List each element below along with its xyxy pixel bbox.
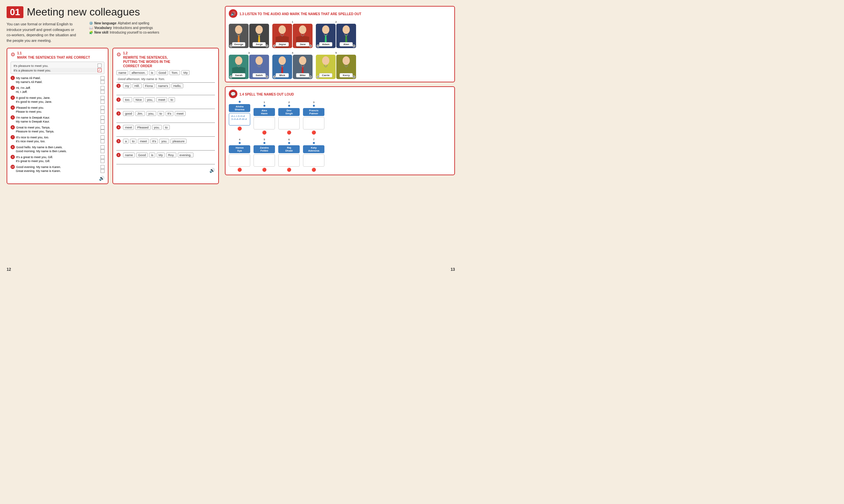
- checkbox-4-0[interactable]: [101, 106, 104, 110]
- sentence-text: My name is Deepak Kaur.: [16, 120, 99, 123]
- checkbox-9-0[interactable]: [101, 155, 104, 159]
- word-row: 3goodJim.you,toIt'smeet: [116, 111, 215, 116]
- svg-point-4: [279, 25, 286, 34]
- svg-point-0: [235, 25, 242, 34]
- checkbox-1-1[interactable]: [101, 80, 104, 84]
- spell-row-1: Alisha SharmaA-L-I-S-H-A S-H-A-R-M-A🔴1Al…: [229, 101, 451, 135]
- word-chip: too.: [123, 97, 132, 102]
- word-chip: Roy.: [166, 152, 176, 158]
- audio-btn-3[interactable]: 🔴: [312, 130, 316, 135]
- checkbox-ex11-top2[interactable]: ✓: [98, 68, 102, 72]
- exercise-14: 💬 1.4 SPELL THE NAMES OUT LOUD Alisha Sh…: [225, 86, 455, 175]
- checkbox-6-0[interactable]: [101, 126, 104, 129]
- spell-box-6[interactable]: [278, 154, 300, 167]
- checkbox-10-1[interactable]: [101, 169, 104, 173]
- word-chip: Good: [136, 152, 148, 158]
- word-chip: Hill.: [133, 83, 142, 88]
- answer-line-1[interactable]: [116, 89, 215, 95]
- card-pair-mike: MikeB: [293, 55, 312, 79]
- ex12-group-2: 2too.Niceyou,meetto: [116, 97, 215, 109]
- gg-cards: GeorgeAJorgeB: [229, 24, 269, 48]
- checkbox-6-1[interactable]: [101, 129, 104, 133]
- card-pair-jayne: JayneA: [272, 24, 292, 48]
- checkbox-ex11-top1[interactable]: [98, 64, 102, 68]
- checkbox-8-0[interactable]: [101, 145, 104, 149]
- sentence-item: 5I'm name is Deepak Kaur.: [11, 115, 104, 120]
- sentence-item: Hi, I Jeff.: [11, 90, 104, 94]
- spell-num-6: 6: [288, 138, 290, 141]
- word-chip: pleasure: [170, 139, 186, 144]
- answer-line-6[interactable]: [116, 159, 215, 164]
- svg-point-16: [322, 56, 329, 65]
- checkbox-5-1[interactable]: [101, 120, 104, 124]
- intro-text: You can use formal or informal English t…: [6, 21, 79, 43]
- spell-box-1[interactable]: [254, 117, 275, 129]
- sentence-item: Great evening. My name is Karen.: [11, 169, 104, 173]
- badge-dot: [263, 105, 265, 107]
- checkbox-1-0[interactable]: [101, 76, 104, 80]
- checkbox-7-0[interactable]: [101, 136, 104, 139]
- svg-point-11: [256, 56, 263, 65]
- checkbox-3-1[interactable]: [101, 100, 104, 104]
- checkbox-2-0[interactable]: [101, 86, 104, 90]
- checkbox-5-0[interactable]: [101, 115, 104, 120]
- answer-line-5[interactable]: [116, 145, 215, 150]
- checkbox-7-1[interactable]: [101, 139, 104, 143]
- word-chip: to: [163, 125, 170, 130]
- sentence-text: My name Ali Patel.: [16, 76, 99, 80]
- word-row: 5atomeetIt'syou.pleasure: [116, 139, 215, 144]
- audio-btn-5[interactable]: 🔴: [262, 168, 267, 172]
- answer-line-2[interactable]: [116, 103, 215, 109]
- spell-num-7: 7: [313, 138, 314, 141]
- card-inner: AdamA: [316, 24, 335, 48]
- audio-icon-12[interactable]: 🔊: [209, 168, 215, 173]
- card-group-4: 4MickAMikeB: [272, 51, 312, 79]
- audio-btn-6[interactable]: 🔴: [287, 168, 291, 172]
- audio-icon-11[interactable]: 🔊: [99, 176, 104, 181]
- ex13-row1: GeorgeAJorgeB1JayneAJaneB2AdamAAlanB: [229, 20, 451, 48]
- spell-box-3[interactable]: [303, 117, 324, 129]
- checkbox-4-1[interactable]: [101, 110, 104, 114]
- new-language-icon: ⚙️: [89, 21, 93, 25]
- audio-btn-7[interactable]: 🔴: [312, 168, 316, 172]
- ex11-sentence-list: 1My name Ali Patel.My name's Ali Patel.2…: [11, 76, 104, 174]
- card-inner: SarahA: [229, 55, 248, 79]
- spell-item-4: 4Hansa Sya🔴: [229, 138, 250, 172]
- word-chip: you.: [152, 125, 162, 130]
- answer-line-4[interactable]: [116, 131, 215, 137]
- spell-box-5[interactable]: [254, 154, 275, 167]
- word-row: 1myHill.Fionaname'sHello,: [116, 83, 215, 88]
- spell-box-4[interactable]: [229, 154, 250, 167]
- checkbox-3-0[interactable]: [101, 96, 104, 100]
- spell-box-0[interactable]: A-L-I-S-H-A S-H-A-R-M-A: [229, 113, 250, 126]
- spell-item-3: 3Francis Palmer🔴: [303, 101, 324, 135]
- spell-box-7[interactable]: [303, 154, 324, 167]
- audio-btn-4[interactable]: 🔴: [237, 168, 242, 172]
- word-chip: My: [157, 152, 165, 158]
- badge-dot: [263, 142, 265, 144]
- spell-box-2[interactable]: [278, 117, 300, 129]
- name-tag-jane: Jane: [296, 42, 309, 47]
- answer-line-3[interactable]: [116, 117, 215, 123]
- group-num: 3: [116, 111, 121, 115]
- audio-btn-0[interactable]: 🔴: [237, 126, 242, 131]
- audio-btn-1[interactable]: 🔴: [262, 130, 267, 135]
- word-chip: Good: [157, 70, 168, 75]
- ex13-number: 1.3: [239, 12, 245, 16]
- checkbox-10-0[interactable]: [101, 165, 104, 169]
- sentence-text: Good morning. My name is Ben Lewis.: [16, 149, 99, 153]
- checkbox-9-1[interactable]: [101, 159, 104, 163]
- chat-icon-14: 💬: [229, 90, 237, 98]
- checkbox-2-1[interactable]: [101, 90, 104, 94]
- audio-btn-2[interactable]: 🔴: [287, 130, 291, 135]
- ex11-group-6: 6Great to meet you, Tanya.Pleasure to me…: [11, 125, 104, 133]
- exercise-13: 🔊 1.3 LISTEN TO THE AUDIO AND MARK THE N…: [225, 6, 455, 82]
- word-chip: to: [158, 111, 164, 116]
- ex11-top-examples: It's pleasure to meet you. It's a pleasu…: [11, 61, 104, 74]
- name-badge-6: Raj Dhabi: [278, 145, 300, 153]
- ex11-top-s2: It's a pleasure to meet you.: [14, 69, 51, 72]
- checkbox-8-1[interactable]: [101, 149, 104, 153]
- word-chip: meet: [156, 97, 167, 102]
- word-chip: a: [123, 139, 128, 144]
- ex12-example-answer: Good afternoon. My name is Tom.: [116, 77, 215, 83]
